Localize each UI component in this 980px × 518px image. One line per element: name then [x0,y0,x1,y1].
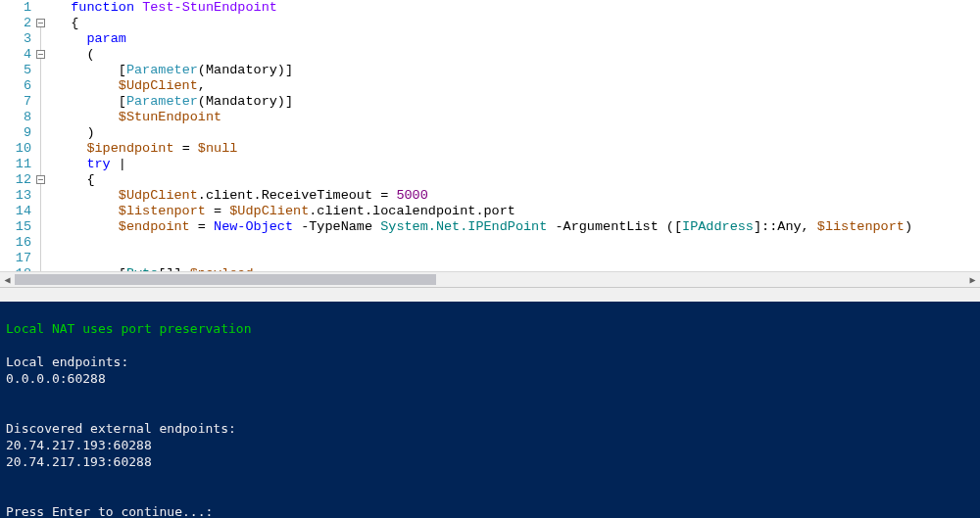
code-content[interactable]: function Test-StunEndpoint { param ( [Pa… [55,0,912,282]
line-number: 16 [0,235,35,251]
code-line[interactable]: function Test-StunEndpoint [55,0,912,16]
line-number: 4 [0,47,35,63]
line-number: 17 [0,251,35,266]
code-line[interactable]: { [55,172,912,188]
code-line[interactable]: $UdpClient, [55,78,912,94]
terminal-external-endpoint-1: 20.74.217.193:60288 [6,438,152,452]
code-line[interactable]: $UdpClient.client.ReceiveTimeout = 5000 [55,188,912,204]
editor-horizontal-scrollbar[interactable]: ◀ ▶ [0,271,980,287]
line-number: 10 [0,141,35,157]
terminal-external-endpoint-2: 20.74.217.193:60288 [6,454,152,469]
line-number: 12 [0,172,35,188]
code-line[interactable]: $listenport = $UdpClient.client.localend… [55,204,912,219]
code-line[interactable]: ( [55,47,912,63]
scroll-left-button[interactable]: ◀ [0,272,15,287]
fold-toggle-icon[interactable] [36,175,45,184]
line-number: 5 [0,63,35,78]
code-line[interactable]: { [55,16,912,31]
terminal-status-line: Local NAT uses port preservation [6,321,251,336]
fold-toggle-icon[interactable] [36,19,45,27]
code-line[interactable]: $endpoint = New-Object -TypeName System.… [55,219,912,235]
line-number: 8 [0,110,35,125]
code-line[interactable]: [Parameter(Mandatory)] [55,94,912,110]
line-number: 3 [0,31,35,47]
line-number: 11 [0,157,35,172]
code-editor-pane[interactable]: 123456789101112131415161718 function Tes… [0,0,980,287]
code-line[interactable]: $StunEndpoint [55,110,912,125]
terminal-press-enter: Press Enter to continue...: [6,504,213,518]
terminal-external-label: Discovered external endpoints: [6,421,236,436]
code-line[interactable]: try | [55,157,912,172]
code-line[interactable]: $ipendpoint = $null [55,141,912,157]
fold-column[interactable] [35,0,49,287]
code-line[interactable]: ) [55,125,912,141]
scroll-right-button[interactable]: ▶ [965,272,980,287]
line-number: 9 [0,125,35,141]
code-line[interactable] [55,235,912,251]
code-line[interactable] [55,251,912,266]
code-line[interactable]: param [55,31,912,47]
line-number: 1 [0,0,35,16]
terminal-local-endpoint: 0.0.0.0:60288 [6,371,106,386]
fold-toggle-icon[interactable] [36,50,45,59]
line-number: 6 [0,78,35,94]
line-number: 13 [0,188,35,204]
line-number: 2 [0,16,35,31]
terminal-local-label: Local endpoints: [6,354,128,369]
fold-guide-line [40,24,41,278]
line-number-gutter: 123456789101112131415161718 [0,0,35,287]
line-number: 7 [0,94,35,110]
code-line[interactable]: [Parameter(Mandatory)] [55,63,912,78]
terminal-pane[interactable]: Local NAT uses port preservation Local e… [0,302,980,518]
line-number: 14 [0,204,35,219]
scroll-thumb[interactable] [15,274,436,285]
line-number: 15 [0,219,35,235]
